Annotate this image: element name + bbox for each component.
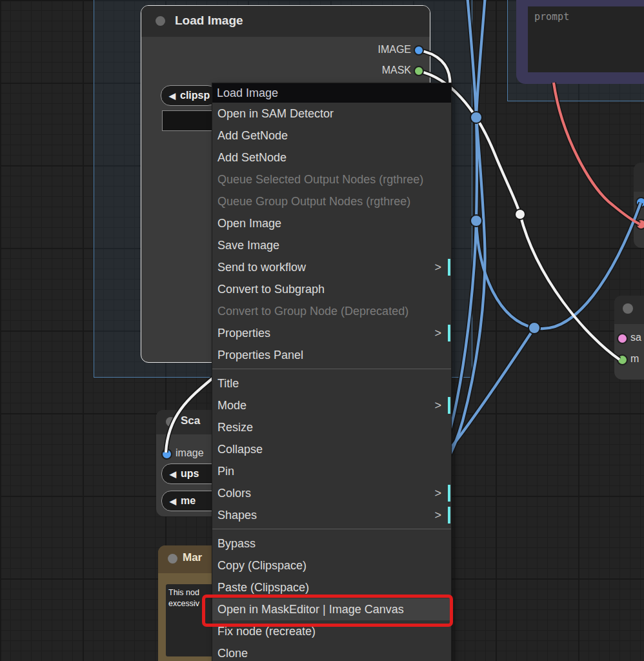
conditioning-input-port[interactable] — [637, 220, 644, 229]
note-node-title: Mar — [183, 551, 202, 564]
submenu-cyan-bar — [448, 397, 450, 414]
submenu-cyan-bar — [448, 485, 450, 502]
collapse-dot-icon[interactable] — [166, 417, 176, 427]
submenu-arrow-icon: > — [434, 322, 441, 344]
image-input-label: image — [176, 447, 204, 459]
menu-item-label: Add GetNode — [217, 129, 288, 142]
menu-item-label: Queue Group Output Nodes (rgthree) — [217, 195, 410, 208]
menu-item-label: Pin — [217, 465, 234, 478]
menu-item-label: Shapes — [217, 509, 257, 522]
collapse-dot-icon[interactable] — [623, 303, 633, 314]
megapixels-value: me — [181, 495, 196, 507]
mask-input-port[interactable] — [618, 356, 627, 364]
latent-input-port[interactable] — [637, 198, 644, 207]
menu-item-label: Convert to Group Node (Deprecated) — [217, 305, 408, 318]
menu-item-properties-panel[interactable]: Properties Panel — [212, 344, 451, 366]
menu-item-label: Convert to Subgraph — [217, 283, 325, 296]
prompt-node[interactable]: prompt — [516, 0, 644, 84]
menu-item-title[interactable]: Title — [212, 372, 451, 394]
submenu-cyan-bar — [448, 325, 450, 341]
menu-item-open-image[interactable]: Open Image — [212, 212, 451, 234]
menu-item-properties[interactable]: Properties> — [212, 322, 451, 344]
menu-separator — [212, 366, 451, 372]
menu-separator — [212, 526, 451, 533]
menu-item-label: Bypass — [217, 537, 256, 550]
menu-item-mode[interactable]: Mode> — [212, 394, 451, 416]
menu-item-resize[interactable]: Resize — [212, 416, 451, 438]
collapse-dot-icon[interactable] — [156, 16, 165, 26]
node-context-menu: Load Image Open in SAM DetectorAdd GetNo… — [212, 83, 452, 661]
menu-item-convert-to-group-node-deprecated[interactable]: Convert to Group Node (Deprecated) — [212, 300, 451, 322]
menu-item-queue-group-output-nodes-rgthree[interactable]: Queue Group Output Nodes (rgthree) — [212, 190, 451, 212]
menu-item-label: Resize — [217, 421, 253, 434]
menu-item-label: Mode — [217, 399, 247, 412]
menu-item-label: Title — [217, 377, 239, 390]
image-combo-widget[interactable]: ◀ clipsp — [161, 85, 217, 106]
menu-item-label: Paste (Clipspace) — [217, 581, 309, 594]
menu-item-open-in-sam-detector[interactable]: Open in SAM Detector — [212, 103, 451, 125]
menu-item-label: Open in SAM Detector — [217, 107, 334, 120]
image-input-port[interactable] — [163, 450, 171, 458]
menu-item-pin[interactable]: Pin — [212, 460, 451, 482]
load-image-node-title: Load Image — [175, 14, 243, 28]
menu-item-label: Add SetNode — [217, 151, 287, 164]
menu-item-label: Save Image — [217, 239, 279, 252]
menu-item-collapse[interactable]: Collapse — [212, 438, 451, 460]
menu-item-label: Colors — [217, 487, 251, 500]
menu-item-label: Properties Panel — [217, 349, 303, 361]
menu-item-label: Clone — [217, 647, 248, 660]
image-combo-value: clipsp — [180, 90, 210, 101]
combo-left-arrow-icon[interactable]: ◀ — [170, 469, 176, 479]
upscale-method-value: ups — [181, 468, 199, 480]
menu-item-copy-clipspace[interactable]: Copy (Clipspace) — [212, 554, 451, 576]
submenu-arrow-icon: > — [434, 482, 441, 504]
submenu-arrow-icon: > — [434, 256, 441, 278]
menu-item-send-to-workflow[interactable]: Send to workflow> — [212, 256, 451, 278]
context-menu-items: Open in SAM DetectorAdd GetNodeAdd SetNo… — [212, 103, 451, 661]
combo-left-arrow-icon[interactable]: ◀ — [169, 91, 176, 101]
combo-left-arrow-icon[interactable]: ◀ — [170, 496, 176, 506]
menu-item-colors[interactable]: Colors> — [212, 482, 451, 504]
menu-item-label: Copy (Clipspace) — [217, 559, 307, 572]
submenu-cyan-bar — [448, 507, 450, 524]
conditioning-node-clipped[interactable] — [634, 163, 644, 248]
samples-input-port[interactable] — [618, 334, 627, 343]
node-graph-canvas[interactable]: { "colors": { "wire_blue": "#6b9ed6", "w… — [0, 0, 644, 661]
output-label-mask: MASK — [382, 65, 411, 76]
menu-item-label: Open Image — [217, 217, 281, 230]
samples-input-label: sa — [630, 332, 641, 343]
menu-item-save-image[interactable]: Save Image — [212, 234, 451, 256]
white-reroute-dot[interactable] — [515, 209, 525, 219]
submenu-cyan-bar — [448, 259, 450, 276]
annotation-red-box — [202, 595, 453, 627]
prompt-textarea[interactable]: prompt — [528, 6, 644, 72]
node-header[interactable] — [634, 163, 644, 192]
context-menu-title: Load Image — [212, 83, 451, 103]
menu-item-label: Fix node (recreate) — [217, 625, 316, 638]
submenu-arrow-icon: > — [434, 504, 441, 526]
red-wire — [554, 83, 639, 224]
menu-item-label: Properties — [217, 327, 270, 340]
output-label-image: IMAGE — [377, 44, 411, 56]
mask-input-label: m — [630, 353, 639, 365]
menu-item-add-setnode[interactable]: Add SetNode — [212, 147, 451, 168]
menu-item-add-getnode[interactable]: Add GetNode — [212, 125, 451, 147]
scale-node-title: Sca — [181, 414, 200, 427]
menu-item-queue-selected-output-nodes-rgthree[interactable]: Queue Selected Output Nodes (rgthree) — [212, 168, 451, 190]
blue-reroute-dot[interactable] — [528, 322, 540, 334]
menu-item-clone[interactable]: Clone — [212, 642, 451, 661]
menu-item-label: Send to workflow — [217, 261, 306, 274]
menu-item-label: Collapse — [217, 443, 263, 456]
menu-item-bypass[interactable]: Bypass — [212, 533, 451, 554]
menu-item-label: Queue Selected Output Nodes (rgthree) — [217, 173, 423, 186]
upload-widget[interactable] — [162, 110, 214, 131]
collapse-dot-icon[interactable] — [168, 554, 177, 564]
menu-item-shapes[interactable]: Shapes> — [212, 504, 451, 526]
sampler-node-clipped[interactable]: sa m — [614, 296, 644, 380]
menu-item-convert-to-subgraph[interactable]: Convert to Subgraph — [212, 278, 451, 300]
submenu-arrow-icon: > — [434, 394, 441, 416]
